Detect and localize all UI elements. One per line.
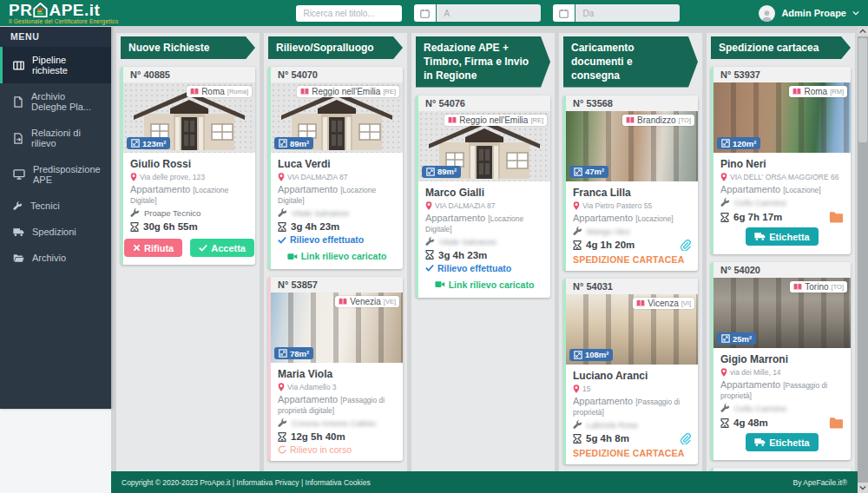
area-value: 89m² — [437, 167, 457, 176]
footer-credit: By ApeFacile.it® — [793, 478, 847, 487]
property-type: Appartamento [Locazione] — [573, 213, 691, 223]
time-remaining-row: 4g 1h 20m — [573, 240, 691, 251]
sidebar-item-predisposizione-ape[interactable]: Predisposizione APE — [0, 156, 111, 193]
city-name: Venezia — [350, 297, 381, 306]
vertical-scrollbar[interactable] — [858, 26, 868, 493]
check-icon — [199, 244, 207, 252]
request-card[interactable]: N° 54076 Reggio nell'Emilia[RE] 89m² Mar… — [416, 95, 550, 298]
pin-icon — [278, 173, 285, 181]
area-icon — [574, 168, 582, 176]
technician-name: Vitale Salvatore — [292, 208, 349, 218]
card-body: Luca Verdi VIA DALMAZIA 87 Appartamento … — [271, 153, 403, 269]
time-remaining-row: 6g 7h 17m — [720, 211, 844, 223]
truck-icon — [754, 232, 766, 241]
scrollbar-thumb[interactable] — [858, 38, 867, 142]
date-from-input[interactable] — [575, 4, 680, 22]
pin-icon — [720, 173, 727, 181]
sidebar-item-relazioni-di-rilievo[interactable]: Relazioni di rilievo — [0, 120, 111, 156]
time-remaining: 3g 4h 23m — [438, 250, 487, 260]
property-type: Appartamento [Passaggio di proprietà dig… — [278, 394, 396, 415]
province-code: [VE] — [384, 298, 396, 306]
scroll-up-icon[interactable] — [858, 26, 868, 36]
pin-icon — [720, 368, 727, 377]
city-name: Roma — [201, 87, 225, 96]
status-done: Rilievo effettuato — [278, 234, 396, 245]
chevron-down-icon — [852, 10, 859, 16]
status-text: Rilievo in corso — [290, 444, 352, 455]
calendar-icon[interactable] — [414, 4, 436, 22]
footer-link-informativa-privacy[interactable]: Informativa Privacy — [236, 478, 299, 487]
etichetta-button[interactable]: Etichetta — [746, 227, 818, 246]
spinner-icon — [278, 445, 286, 454]
file-export-icon — [13, 133, 23, 144]
time-remaining-row: 5g 4h 8m — [573, 433, 691, 444]
video-camera-icon — [287, 253, 298, 260]
sidebar: MENU Pipeline richieste Archivio Deleghe… — [0, 26, 111, 409]
sidebar-item-archivio-deleghe-pla-[interactable]: Archivio Deleghe Pla... — [0, 83, 111, 120]
province-code: [RM] — [830, 88, 844, 95]
calendar-icon[interactable] — [553, 4, 575, 22]
request-card[interactable]: N° 54070 Reggio nell'Emilia[RE] 89m² Luc… — [268, 67, 403, 269]
status-link[interactable]: Link rilievo caricato — [278, 251, 396, 261]
request-card[interactable]: N° 54020 Torino[TO] 25m² Gigio Marroni v… — [711, 262, 851, 460]
status-done: Rilievo effettuato — [425, 263, 543, 273]
technician-row: Proape Tecnico — [130, 208, 248, 218]
button-label: Etichetta — [769, 232, 809, 242]
client-name: Luciano Aranci — [573, 370, 691, 382]
sidebar-item-archivio[interactable]: Archivio — [0, 245, 111, 271]
contract-type: [Passaggio di proprietà] — [573, 398, 680, 417]
search-input[interactable] — [296, 5, 402, 22]
pin-icon — [130, 173, 137, 181]
column-title: Caricamento documenti e consegna — [563, 36, 698, 88]
scroll-down-icon[interactable] — [858, 483, 868, 493]
area-value: 108m² — [585, 350, 608, 359]
status-link[interactable]: Link rilievo caricato — [425, 279, 543, 290]
technician-name: Proape Tecnico — [144, 208, 201, 218]
footer-link-informativa-cookies[interactable]: Informativa Cookies — [306, 478, 371, 487]
sidebar-item-label: Tecnici — [30, 200, 60, 211]
city-badge: Roma[Roma] — [187, 86, 252, 97]
pin-icon — [573, 201, 580, 210]
request-card[interactable]: N° 53937 Roma[RM] 120m² Pino Neri VIA DE… — [711, 67, 851, 254]
address-row: Via delle prove, 123 — [130, 173, 248, 181]
city-name: Vicenza — [648, 299, 678, 308]
province-code: [RE] — [530, 116, 543, 124]
status-text: Rilievo effettuato — [437, 263, 511, 273]
client-name: Luca Verdi — [278, 158, 396, 170]
rifiuta-button[interactable]: Rifiuta — [124, 239, 182, 257]
card-body: Marco Gialli VIA DALMAZIA 87 Appartament… — [418, 181, 550, 298]
energy-house-icon — [33, 3, 48, 17]
wrench-icon — [278, 208, 287, 218]
sidebar-item-tecnici[interactable]: Tecnici — [0, 193, 111, 219]
address-text: Via delle prove, 123 — [140, 173, 205, 181]
pipeline-column: Rilievo/Sopralluogo N° 54070 Reggio nell… — [264, 33, 407, 471]
etichetta-button[interactable]: Etichetta — [746, 433, 818, 451]
wrench-icon — [425, 237, 435, 246]
sidebar-item-spedizioni[interactable]: Spedizioni — [0, 219, 111, 245]
area-badge: 47m² — [569, 166, 608, 178]
sidebar-item-pipeline-richieste[interactable]: Pipeline richieste — [0, 47, 111, 83]
status-text: Rilievo effettuato — [290, 234, 364, 245]
request-card[interactable]: N° 53857 Venezia[VE] 78m² Maria Viola Vi… — [268, 277, 403, 461]
hourglass-icon — [278, 432, 286, 442]
time-remaining: 4g 1h 20m — [586, 240, 635, 250]
brand-logo[interactable]: PR APE.it Il Gestionale del Certificator… — [9, 2, 118, 25]
city-badge: Roma[RM] — [789, 86, 847, 97]
property-image: Venezia[VE] 78m² — [271, 293, 403, 363]
user-menu[interactable]: Admin Proape — [759, 5, 859, 22]
technician-row: Cello Carmine — [720, 404, 844, 413]
date-to-input[interactable] — [437, 4, 541, 22]
request-card[interactable]: N° 40885 Roma[Roma] 123m² Giulio Rossi V… — [121, 67, 255, 265]
check-icon — [425, 264, 434, 272]
time-remaining-row: 12g 5h 40m — [278, 431, 396, 442]
area-icon — [131, 139, 140, 148]
request-card[interactable]: N° 53568 Brandizzo[TO] 47m² Franca Lilla… — [563, 95, 698, 271]
hourglass-icon — [720, 418, 729, 428]
address-text: Via Adamello 3 — [287, 383, 337, 391]
client-name: Gigio Marroni — [720, 353, 844, 365]
province-code: [TO] — [832, 283, 844, 291]
province-code: [RE] — [383, 88, 396, 95]
request-card[interactable]: N° 54031 Vicenza[VI] 108m² Luciano Aranc… — [563, 279, 698, 464]
address-row: Via Adamello 3 — [278, 383, 396, 391]
accetta-button[interactable]: Accetta — [190, 239, 254, 257]
